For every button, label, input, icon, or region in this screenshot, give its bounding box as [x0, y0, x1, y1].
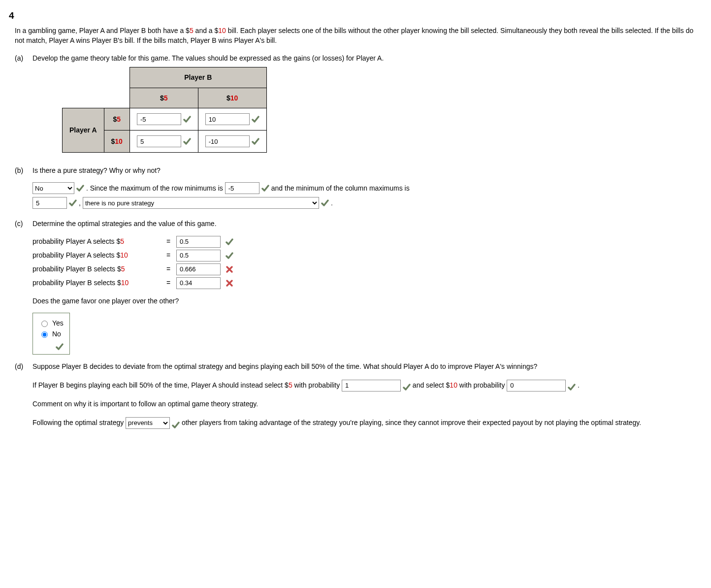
payoff-input-0-0[interactable] [137, 113, 181, 125]
favor-radio-group: Yes No [32, 313, 70, 355]
check-icon [261, 184, 269, 192]
col-header: $5 [129, 88, 198, 108]
payoff-input-1-1[interactable] [205, 135, 250, 147]
payoff-input-0-1[interactable] [205, 113, 250, 125]
part-label: (a) [15, 53, 27, 159]
radio-label: Yes [52, 318, 64, 328]
radio-label: No [52, 329, 61, 339]
pure-strategy-select[interactable]: No [32, 182, 74, 194]
prob-row: probability Player B selects $10 = [32, 277, 696, 289]
check-icon [183, 137, 191, 145]
col-title: Player B [129, 67, 266, 88]
prob-b10-input[interactable] [176, 277, 221, 289]
part-c: (c) Determine the optimal strategies and… [15, 219, 696, 354]
reason-select[interactable]: there is no pure strategy [83, 197, 319, 209]
favor-question: Does the game favor one player over the … [32, 296, 696, 306]
row-min-max-input[interactable] [225, 182, 259, 194]
prob-b5-input[interactable] [176, 263, 221, 275]
prob-row: probability Player B selects $5 = [32, 263, 696, 275]
check-icon [76, 184, 84, 192]
part-d: (d) Suppose Player B decides to deviate … [15, 361, 696, 430]
dollar-amount: 10 [218, 27, 226, 34]
part-label: (b) [15, 165, 27, 212]
row-header: $10 [104, 131, 129, 153]
check-icon [252, 115, 259, 123]
check-icon [69, 199, 77, 207]
part-b: (b) Is there a pure strategy? Why or why… [15, 165, 696, 212]
part-a: (a) Develop the game theory table for th… [15, 53, 696, 159]
check-icon [56, 343, 64, 351]
favor-yes-radio[interactable] [41, 321, 48, 327]
text: . Since the maximum of the row minimums … [86, 183, 223, 193]
dollar-amount: 5 [190, 27, 194, 34]
col-max-min-input[interactable] [32, 197, 67, 209]
prob-a5-input[interactable] [176, 236, 221, 248]
check-icon [568, 382, 576, 390]
comment-answer: Following the optimal strategy prevents … [32, 416, 696, 429]
question-number: 4 [9, 9, 696, 23]
part-c-prompt: Determine the optimal strategies and the… [32, 219, 696, 229]
check-icon [321, 199, 329, 207]
text: and the minimum of the column maximums i… [271, 183, 410, 193]
row-title: Player A [63, 108, 104, 153]
game-theory-table: Player B $5 $10 Player A $5 [62, 67, 267, 153]
check-icon [226, 252, 233, 260]
follow-select[interactable]: prevents [126, 417, 170, 429]
part-a-prompt: Develop the game theory table for this g… [32, 53, 696, 63]
probability-rows: probability Player A selects $5 = probab… [32, 236, 696, 289]
part-b-prompt: Is there a pure strategy? Why or why not… [32, 165, 696, 175]
check-icon [226, 238, 233, 246]
check-icon [403, 382, 411, 390]
prob-row: probability Player A selects $10 = [32, 250, 696, 261]
part-d-prompt: Suppose Player B decides to deviate from… [32, 361, 696, 371]
col-header: $10 [198, 88, 266, 108]
prob-a10-input[interactable] [176, 250, 221, 261]
cross-icon [226, 265, 233, 273]
p5-input[interactable] [342, 380, 401, 392]
check-icon [252, 137, 259, 145]
cross-icon [226, 279, 233, 287]
prob-row: probability Player A selects $5 = [32, 236, 696, 248]
text: , [79, 198, 81, 208]
question-stem: In a gambling game, Player A and Player … [15, 26, 696, 46]
part-label: (c) [15, 219, 27, 354]
check-icon [172, 420, 180, 427]
check-icon [183, 115, 191, 123]
text: . [331, 198, 333, 208]
stem-text: and a $ [194, 27, 219, 34]
payoff-input-1-0[interactable] [137, 135, 181, 147]
p10-input[interactable] [507, 380, 566, 392]
favor-no-radio[interactable] [41, 331, 48, 338]
stem-text: In a gambling game, Player A and Player … [15, 27, 190, 34]
part-d-answer: If Player B begins playing each bill 50%… [32, 378, 696, 392]
row-header: $5 [104, 108, 129, 131]
comment-prompt: Comment on why it is important to follow… [32, 399, 696, 409]
part-label: (d) [15, 361, 27, 430]
